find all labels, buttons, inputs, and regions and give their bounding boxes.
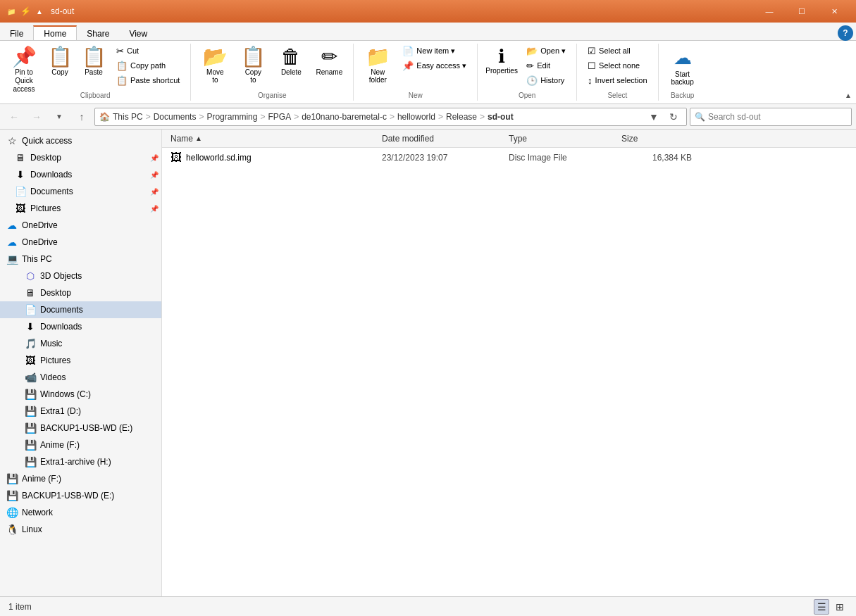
sidebar-item-onedrive2[interactable]: ☁ OneDrive [0,234,161,251]
address-bar[interactable]: 🏠 This PC > Documents > Programming > FP… [94,108,687,126]
new-item-icon: 📄 [402,46,414,56]
sidebar-item-videos[interactable]: 📹 Videos [0,369,161,386]
col-header-name[interactable]: Name ▲ [168,134,379,144]
breadcrumb-helloworld[interactable]: helloworld [397,112,435,122]
view-controls: ☰ ⊞ [814,599,848,615]
edit-button[interactable]: ✏ Edit [521,58,571,73]
paste-button[interactable]: 📋 Paste [77,44,110,90]
sidebar-item-anime-f2[interactable]: 💾 Anime (F:) [0,470,161,487]
breadcrumb-documents[interactable]: Documents [154,112,197,122]
sidebar-item-onedrive1[interactable]: ☁ OneDrive [0,217,161,234]
sidebar-item-3d-objects[interactable]: ⬡ 3D Objects [0,268,161,284]
sidebar-item-downloads-pc[interactable]: ⬇ Downloads [0,318,161,335]
sidebar-item-pictures-qa[interactable]: 🖼 Pictures 📌 [0,200,161,217]
breadcrumb-programming[interactable]: Programming [206,112,257,122]
sidebar-item-backup-e[interactable]: 💾 BACKUP1-USB-WD (E:) [0,420,161,436]
breadcrumb-sd-out[interactable]: sd-out [488,112,514,122]
new-folder-button[interactable]: 📁 Newfolder [359,44,396,90]
sidebar-item-backup-e2[interactable]: 💾 BACKUP1-USB-WD (E:) [0,487,161,504]
minimize-button[interactable]: — [753,0,786,23]
up-button[interactable]: ↑ [72,107,92,127]
extra1-h-icon: 💾 [24,456,37,467]
sidebar-item-linux[interactable]: 🐧 Linux [0,521,161,538]
details-view-button[interactable]: ☰ [814,599,829,615]
col-header-size[interactable]: Size [619,134,689,144]
paste-shortcut-icon: 📋 [116,75,128,86]
delete-icon: 🗑 [281,47,301,67]
invert-selection-button[interactable]: ↕ Invert selection [583,73,652,87]
help-button[interactable]: ? [838,25,853,41]
sidebar-item-desktop[interactable]: 🖥 Desktop 📌 [0,149,161,166]
tab-share[interactable]: Share [77,25,119,40]
tab-home[interactable]: Home [33,25,77,40]
backup-e-label: BACKUP1-USB-WD (E:) [40,423,159,433]
downloads-qa-icon: ⬇ [14,169,27,180]
sidebar-item-this-pc[interactable]: 💻 This PC [0,251,161,268]
recent-button[interactable]: ▼ [49,107,69,127]
sidebar-item-quick-access[interactable]: ☆ Quick access [0,132,161,149]
start-backup-button[interactable]: ☁ Startbackup [664,44,701,90]
sidebar-item-extra1-h[interactable]: 💾 Extra1-archive (H:) [0,453,161,470]
pin-icon: 📌 [12,47,37,67]
sidebar-item-network[interactable]: 🌐 Network [0,504,161,521]
select-all-label: Select all [599,46,631,55]
anime-f-icon: 💾 [24,439,37,451]
pin-to-quick-access-button[interactable]: 📌 Pin to Quickaccess [6,44,42,90]
up-icon: ▲ [34,6,45,17]
select-all-button[interactable]: ☑ Select all [583,44,652,58]
select-none-button[interactable]: ☐ Select none [583,58,652,73]
col-sort-icon: ▲ [195,134,202,142]
copy-button[interactable]: 📋 Copy [44,44,76,90]
3d-objects-icon: ⬡ [24,270,37,282]
sidebar-item-documents-pc[interactable]: 📄 Documents [0,301,161,318]
search-input[interactable] [708,112,847,122]
paste-shortcut-button[interactable]: 📋 Paste shortcut [111,73,185,87]
move-to-button[interactable]: 📂 Moveto [197,44,233,90]
sidebar-item-documents-qa[interactable]: 📄 Documents 📌 [0,183,161,200]
new-item-button[interactable]: 📄 New item ▾ [397,44,471,58]
rename-button[interactable]: ✏ Rename [311,44,347,90]
breadcrumb-release[interactable]: Release [446,112,477,122]
new-group: 📁 Newfolder 📄 New item ▾ 📌 Easy access ▾… [354,44,478,101]
extra1-d-icon: 💾 [24,406,37,417]
back-button[interactable]: ← [4,107,24,127]
sidebar-item-extra1-d[interactable]: 💾 Extra1 (D:) [0,403,161,420]
properties-icon: ℹ [498,47,505,65]
table-row[interactable]: 🖼 helloworld.sd.img 23/12/2023 19:07 Dis… [162,148,856,168]
address-dropdown[interactable]: ▼ [645,108,662,125]
delete-button[interactable]: 🗑 Delete [273,44,309,90]
tiles-view-button[interactable]: ⊞ [832,599,848,615]
search-box[interactable]: 🔍 [690,108,852,126]
copy-to-button[interactable]: 📋 Copyto [235,44,271,90]
sidebar-item-music[interactable]: 🎵 Music [0,335,161,352]
col-header-date[interactable]: Date modified [379,134,506,144]
properties-button[interactable]: ℹ Properties [483,44,520,90]
cut-button[interactable]: ✂ Cut [111,44,185,58]
window-title: sd-out [51,6,753,16]
sidebar-item-desktop-pc[interactable]: 🖥 Desktop [0,284,161,301]
close-button[interactable]: ✕ [818,0,850,23]
col-header-type[interactable]: Type [506,134,619,144]
documents-qa-label: Documents [30,187,147,196]
refresh-button[interactable]: ↻ [665,108,682,125]
tab-view[interactable]: View [119,25,157,40]
sidebar-item-anime-f[interactable]: 💾 Anime (F:) [0,436,161,453]
tab-file[interactable]: File [0,25,33,40]
backup-group: ☁ Startbackup Backup [659,44,707,101]
file-cell-type: Disc Image File [509,153,621,163]
breadcrumb-de10[interactable]: de10nano-baremetal-c [302,112,387,122]
sidebar-item-downloads-qa[interactable]: ⬇ Downloads 📌 [0,166,161,183]
copy-path-button[interactable]: 📋 Copy path [111,58,185,73]
breadcrumb-fpga[interactable]: FPGA [268,112,291,122]
sidebar-item-windows-c[interactable]: 💾 Windows (C:) [0,386,161,403]
forward-button[interactable]: → [27,107,46,127]
sidebar-item-pictures-pc[interactable]: 🖼 Pictures [0,352,161,369]
easy-access-button[interactable]: 📌 Easy access ▾ [397,58,471,73]
ribbon-expand[interactable]: ▲ [841,90,856,101]
videos-label: Videos [40,372,159,382]
clipboard-group: 📌 Pin to Quickaccess 📋 Copy 📋 Paste ✂ Cu… [0,44,191,101]
open-button[interactable]: 📂 Open ▾ [521,44,571,58]
history-button[interactable]: 🕒 History [521,73,571,87]
maximize-button[interactable]: ☐ [786,0,818,23]
breadcrumb-this-pc[interactable]: This PC [113,112,143,122]
